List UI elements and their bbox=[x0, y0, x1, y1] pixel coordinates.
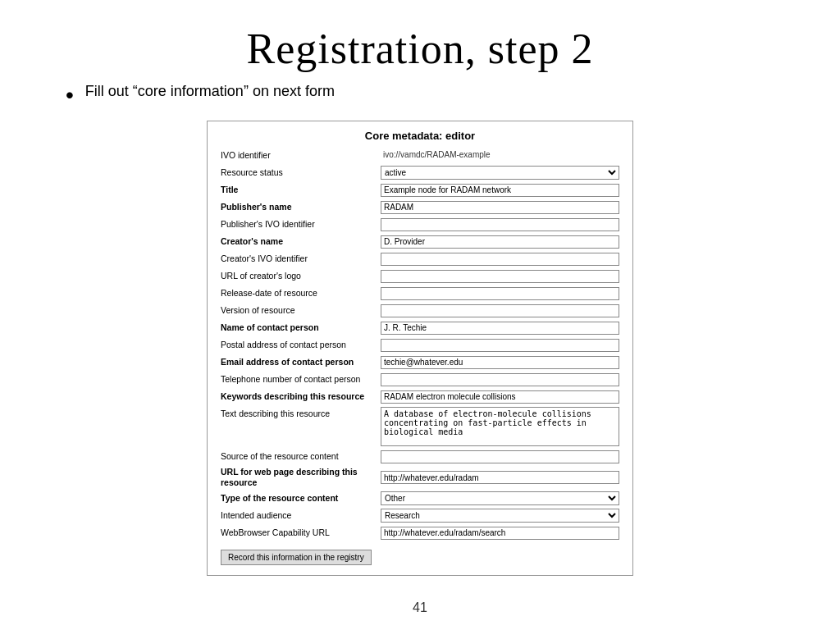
form-row-resource-status: Resource status active inactive bbox=[221, 166, 619, 180]
input-publishers-ivo[interactable] bbox=[381, 218, 619, 231]
input-title[interactable] bbox=[381, 184, 619, 197]
page-container: Registration, step 2 • Fill out “core in… bbox=[0, 0, 840, 630]
input-keywords[interactable] bbox=[381, 390, 619, 404]
form-row-ivo-identifier: IVO identifier ivo://vamdc/RADAM-example bbox=[221, 148, 619, 163]
label-telephone: Telephone number of contact person bbox=[221, 374, 381, 386]
page-number: 41 bbox=[413, 600, 427, 615]
label-webbrowser-url: WebBrowser Capability URL bbox=[221, 527, 381, 539]
label-creators-logo: URL of creator's logo bbox=[221, 271, 381, 282]
form-title: Core metadata: editor bbox=[221, 130, 619, 142]
select-audience[interactable]: Research Education General bbox=[381, 509, 619, 523]
input-creators-ivo[interactable] bbox=[381, 253, 619, 266]
label-ivo-identifier: IVO identifier bbox=[221, 150, 381, 162]
form-row-version: Version of resource bbox=[221, 304, 619, 318]
textarea-description[interactable]: A database of electron-molecule collisio… bbox=[381, 407, 619, 446]
form-row-creators-ivo: Creator's IVO identifier bbox=[221, 252, 619, 267]
label-resource-status: Resource status bbox=[221, 167, 381, 179]
form-button-row: Record this information in the registry bbox=[221, 545, 619, 565]
label-publishers-ivo: Publisher's IVO identifier bbox=[221, 219, 381, 231]
form-row-webpage-url: URL for web page describing this resourc… bbox=[221, 467, 619, 489]
bullet-text: Fill out “core information” on next form bbox=[85, 81, 335, 102]
input-creators-logo[interactable] bbox=[381, 270, 619, 283]
label-creators-ivo: Creator's IVO identifier bbox=[221, 253, 381, 265]
slide-title: Registration, step 2 bbox=[247, 25, 594, 73]
form-row-creators-name: Creator's name bbox=[221, 235, 619, 249]
form-row-audience: Intended audience Research Education Gen… bbox=[221, 509, 619, 523]
form-row-contact-name: Name of contact person bbox=[221, 321, 619, 336]
input-release-date[interactable] bbox=[381, 287, 619, 300]
label-title: Title bbox=[221, 185, 381, 196]
form-container: Core metadata: editor IVO identifier ivo… bbox=[207, 121, 633, 576]
form-row-postal-address: Postal address of contact person bbox=[221, 338, 619, 353]
bullet-dot: • bbox=[66, 81, 74, 109]
form-row-source: Source of the resource content bbox=[221, 450, 619, 464]
form-row-description: Text describing this resource A database… bbox=[221, 407, 619, 446]
form-row-publishers-ivo: Publisher's IVO identifier bbox=[221, 217, 619, 232]
form-row-creators-logo: URL of creator's logo bbox=[221, 269, 619, 284]
form-row-publishers-name: Publisher's name bbox=[221, 200, 619, 215]
form-row-email: Email address of contact person bbox=[221, 355, 619, 370]
input-webpage-url[interactable] bbox=[381, 471, 619, 484]
input-creators-name[interactable] bbox=[381, 235, 619, 249]
input-source[interactable] bbox=[381, 450, 619, 463]
form-row-webbrowser-url: WebBrowser Capability URL bbox=[221, 526, 619, 541]
label-source: Source of the resource content bbox=[221, 451, 381, 463]
label-version: Version of resource bbox=[221, 305, 381, 317]
value-ivo-identifier: ivo://vamdc/RADAM-example bbox=[381, 149, 619, 162]
form-row-keywords: Keywords describing this resource bbox=[221, 390, 619, 404]
label-description: Text describing this resource bbox=[221, 407, 381, 420]
label-keywords: Keywords describing this resource bbox=[221, 391, 381, 403]
input-postal-address[interactable] bbox=[381, 339, 619, 352]
input-version[interactable] bbox=[381, 304, 619, 317]
label-webpage-url: URL for web page describing this resourc… bbox=[221, 467, 381, 489]
form-row-title: Title bbox=[221, 183, 619, 198]
select-resource-type[interactable]: Other Catalog Survey bbox=[381, 491, 619, 505]
input-webbrowser-url[interactable] bbox=[381, 527, 619, 540]
form-row-telephone: Telephone number of contact person bbox=[221, 372, 619, 387]
label-email: Email address of contact person bbox=[221, 357, 381, 368]
label-contact-name: Name of contact person bbox=[221, 322, 381, 334]
label-postal-address: Postal address of contact person bbox=[221, 340, 381, 351]
input-telephone[interactable] bbox=[381, 373, 619, 386]
label-resource-type: Type of the resource content bbox=[221, 493, 381, 504]
submit-button[interactable]: Record this information in the registry bbox=[221, 550, 372, 565]
select-resource-status[interactable]: active inactive bbox=[381, 166, 619, 180]
label-release-date: Release-date of resource bbox=[221, 288, 381, 299]
label-publishers-name: Publisher's name bbox=[221, 202, 381, 213]
input-contact-name[interactable] bbox=[381, 322, 619, 335]
form-row-resource-type: Type of the resource content Other Catal… bbox=[221, 491, 619, 506]
label-audience: Intended audience bbox=[221, 510, 381, 522]
input-email[interactable] bbox=[381, 356, 619, 369]
form-row-release-date: Release-date of resource bbox=[221, 286, 619, 301]
label-creators-name: Creator's name bbox=[221, 236, 381, 248]
input-publishers-name[interactable] bbox=[381, 201, 619, 214]
bullet-point: • Fill out “core information” on next fo… bbox=[66, 81, 335, 109]
